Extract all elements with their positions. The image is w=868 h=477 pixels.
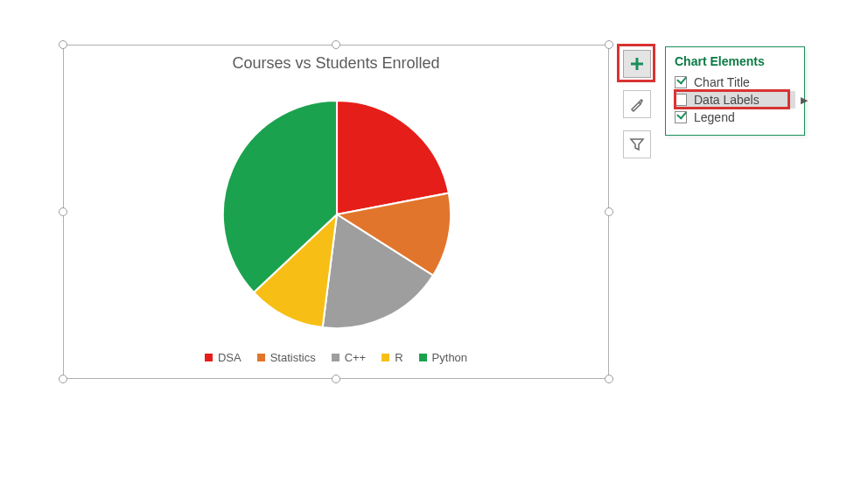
legend-item[interactable]: C++: [332, 351, 367, 364]
chart-legend[interactable]: DSAStatisticsC++RPython: [64, 351, 608, 364]
legend-label: Python: [432, 351, 467, 364]
resize-handle[interactable]: [332, 40, 340, 49]
flyout-title: Chart Elements: [675, 54, 795, 68]
chart-elements-flyout: Chart Elements Chart TitleData Labels▶Le…: [665, 46, 805, 136]
brush-icon: [629, 96, 645, 112]
chart-elements-button[interactable]: [623, 50, 651, 78]
legend-swatch: [419, 354, 427, 361]
chart-side-buttons: [623, 50, 651, 158]
funnel-icon: [629, 137, 645, 152]
chart-filters-button[interactable]: [623, 130, 651, 158]
legend-swatch: [257, 354, 265, 361]
legend-swatch: [205, 354, 213, 361]
resize-handle[interactable]: [59, 40, 67, 49]
resize-handle[interactable]: [59, 375, 67, 383]
flyout-item-label: Legend: [694, 110, 735, 124]
svg-rect-1: [631, 63, 643, 66]
resize-handle[interactable]: [605, 40, 613, 49]
legend-label: C++: [345, 351, 367, 364]
checkbox[interactable]: [675, 111, 687, 123]
legend-label: DSA: [218, 351, 242, 364]
resize-handle[interactable]: [332, 375, 340, 383]
chart-title[interactable]: Courses vs Students Enrolled: [64, 46, 608, 73]
legend-item[interactable]: R: [382, 351, 402, 364]
resize-handle[interactable]: [605, 207, 613, 216]
checkbox[interactable]: [675, 94, 687, 106]
flyout-item-label: Data Labels: [694, 93, 760, 107]
resize-handle[interactable]: [605, 375, 613, 383]
flyout-item-legend[interactable]: Legend: [675, 109, 795, 126]
resize-handle[interactable]: [59, 207, 67, 216]
legend-swatch: [332, 354, 340, 361]
flyout-item-label: Chart Title: [694, 75, 750, 89]
checkbox[interactable]: [675, 76, 687, 88]
legend-label: R: [395, 351, 402, 364]
legend-swatch: [382, 354, 389, 361]
pie-chart[interactable]: [217, 95, 457, 334]
legend-label: Statistics: [270, 351, 316, 364]
legend-item[interactable]: DSA: [205, 351, 242, 364]
chart-styles-button[interactable]: [623, 90, 651, 118]
plus-icon: [629, 56, 645, 72]
legend-item[interactable]: Python: [419, 351, 467, 364]
chart-area[interactable]: Courses vs Students Enrolled DSAStatisti…: [63, 45, 609, 379]
chevron-right-icon[interactable]: ▶: [801, 95, 808, 106]
flyout-item-chart-title[interactable]: Chart Title: [675, 74, 795, 91]
flyout-item-data-labels[interactable]: Data Labels▶: [675, 91, 795, 109]
legend-item[interactable]: Statistics: [257, 351, 316, 364]
